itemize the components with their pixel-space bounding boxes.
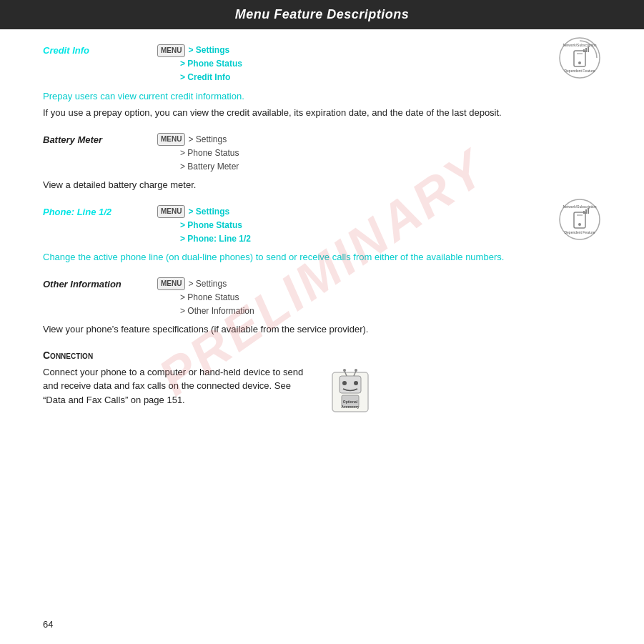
connection-section: Connection Connect your phone to a compu… [43, 350, 601, 415]
svg-point-25 [355, 369, 357, 372]
battery-meter-section: Battery Meter MENU > Settings > Phone St… [43, 133, 601, 192]
svg-rect-15 [583, 211, 585, 214]
phone-line-section: Phone: Line 1/2 MENU > Settings > Phone … [43, 205, 601, 264]
credit-info-desc-2: If you use a prepay option, you can view… [43, 106, 601, 120]
phone-line-title: Phone: Line 1/2 [43, 205, 157, 217]
svg-text:Dependent Feature: Dependent Feature [564, 230, 595, 234]
svg-rect-6 [583, 49, 585, 52]
svg-rect-7 [585, 48, 587, 52]
svg-text:Network/Subscription: Network/Subscription [563, 204, 596, 209]
svg-point-14 [578, 223, 581, 226]
other-info-desc: View your phone’s feature specifications… [43, 322, 601, 337]
svg-text:Dependent Feature: Dependent Feature [564, 69, 595, 73]
menu-button-phone-line: MENU [157, 205, 185, 218]
other-info-section: Other Information MENU > Settings > Phon… [43, 277, 601, 337]
credit-info-title: Credit Info [43, 44, 157, 56]
credit-info-desc-1: Prepay users can view current credit inf… [43, 89, 601, 104]
menu-button-credit: MENU [157, 44, 185, 57]
other-info-path: MENU > Settings > Phone Status > Other I… [157, 277, 601, 319]
svg-text:Network/Subscription: Network/Subscription [563, 43, 596, 47]
svg-point-21 [354, 381, 358, 385]
content-area: Credit Info MENU > Settings > Phone Stat… [0, 29, 644, 442]
page-number: 64 [43, 619, 53, 630]
battery-meter-path: MENU > Settings > Phone Status > Battery… [157, 133, 601, 174]
svg-text:Accessory: Accessory [341, 405, 360, 409]
credit-info-path: MENU > Settings > Phone Status > Credit … [157, 44, 553, 85]
svg-point-5 [578, 61, 581, 64]
page-header: Menu Feature Descriptions [0, 0, 644, 29]
header-title: Menu Feature Descriptions [235, 7, 410, 21]
battery-meter-desc: View a detailed battery charge meter. [43, 178, 601, 192]
svg-rect-17 [588, 208, 589, 214]
connection-title: Connection [43, 350, 601, 361]
menu-button-battery: MENU [157, 133, 185, 146]
network-subscription-badge-1: Network/Subscription Dependent Feature [558, 36, 601, 79]
battery-meter-title: Battery Meter [43, 133, 157, 145]
menu-button-other: MENU [157, 277, 185, 290]
phone-line-path: MENU > Settings > Phone Status > Phone: … [157, 205, 553, 247]
network-subscription-badge-2: Network/Subscription Dependent Feature [558, 198, 601, 241]
svg-point-23 [343, 369, 346, 372]
other-info-title: Other Information [43, 277, 157, 289]
credit-info-section: Credit Info MENU > Settings > Phone Stat… [43, 44, 601, 120]
phone-line-desc: Change the active phone line (on dual-li… [43, 250, 601, 264]
connection-desc: Connect your phone to a computer or hand… [43, 365, 314, 407]
svg-text:Optional: Optional [343, 400, 358, 404]
svg-point-20 [342, 381, 347, 385]
svg-rect-8 [588, 46, 589, 52]
optional-accessory-badge: Optional Accessory [329, 365, 372, 415]
svg-rect-16 [585, 209, 587, 214]
